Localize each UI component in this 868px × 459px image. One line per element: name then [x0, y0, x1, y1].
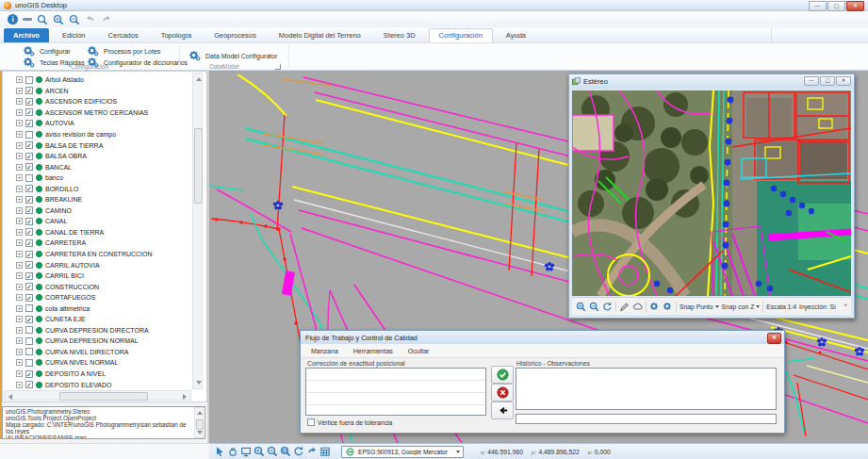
stereo-image-view[interactable]: [572, 90, 851, 296]
layer-checkbox[interactable]: [25, 120, 33, 127]
expand-icon[interactable]: [16, 294, 23, 301]
refresh-icon[interactable]: [602, 302, 613, 312]
close-button[interactable]: ✕: [846, 1, 864, 11]
expand-icon[interactable]: [16, 316, 23, 322]
layer-tree-item[interactable]: CURVA NIVEL NORMAL: [16, 357, 186, 369]
expand-icon[interactable]: [16, 251, 23, 257]
layer-tree-item[interactable]: CURVA DEPRESION NORMAL: [16, 336, 186, 347]
layer-checkbox[interactable]: [25, 326, 33, 334]
layer-checkbox[interactable]: [25, 153, 33, 160]
expand-icon[interactable]: [16, 305, 23, 312]
layer-tree-item[interactable]: AUTOVIA: [16, 118, 186, 129]
layer-tree-item[interactable]: CAMINO: [16, 205, 186, 217]
layer-checkbox[interactable]: [25, 370, 33, 378]
gear-link-icon[interactable]: [649, 302, 660, 312]
snap-z-dropdown[interactable]: Snap con Z: [722, 303, 761, 310]
refresh-icon[interactable]: [293, 446, 304, 457]
expand-icon[interactable]: [16, 262, 23, 269]
layer-tree-item[interactable]: DEPOSITO A NIVEL: [16, 369, 186, 380]
layer-tree-item[interactable]: DEPOSITO ELEVADO: [16, 379, 186, 389]
scroll-down-arrow[interactable]: [197, 431, 203, 434]
expand-icon[interactable]: [16, 207, 23, 214]
minimize-button[interactable]: —: [809, 1, 827, 11]
expand-icon[interactable]: [16, 109, 23, 116]
expand-icon[interactable]: [16, 120, 23, 126]
tolerance-checkbox-row[interactable]: Vértice fuera de tolerancia: [307, 418, 392, 426]
layer-checkbox[interactable]: [25, 251, 33, 258]
layer-checkbox[interactable]: [25, 228, 33, 236]
expand-icon[interactable]: [16, 370, 23, 377]
crs-dropdown[interactable]: EPSG:900913, Google Mercator: [341, 446, 464, 458]
reject-button[interactable]: [491, 384, 514, 402]
expand-icon[interactable]: [16, 218, 23, 224]
layer-checkbox[interactable]: [25, 381, 33, 388]
close-button[interactable]: ✕: [836, 76, 851, 86]
expand-icon[interactable]: [16, 349, 23, 355]
gear-icon[interactable]: [663, 302, 673, 312]
scrollbar-thumb[interactable]: [196, 419, 204, 430]
search-icon[interactable]: [37, 14, 48, 25]
expand-icon[interactable]: [16, 337, 23, 344]
expand-icon[interactable]: [16, 229, 23, 236]
select-cursor-icon[interactable]: [214, 446, 225, 457]
layer-checkbox[interactable]: [25, 316, 33, 323]
layer-tree-item[interactable]: CANAL DE TIERRA: [16, 227, 186, 238]
expand-icon[interactable]: [16, 164, 23, 171]
expand-icon[interactable]: [16, 284, 23, 290]
ribbon-tab[interactable]: Stereo 3D: [374, 28, 425, 42]
scroll-down-arrow[interactable]: [196, 381, 202, 385]
tolerance-checkbox[interactable]: [307, 418, 315, 426]
layer-checkbox[interactable]: [25, 185, 33, 192]
layer-tree-item[interactable]: CORTAFUEGOS: [16, 292, 186, 303]
scroll-right-arrow[interactable]: [183, 394, 187, 400]
ribbon-tab[interactable]: Topología: [152, 28, 202, 42]
expand-icon[interactable]: [16, 272, 23, 279]
layer-checkbox[interactable]: [25, 163, 33, 171]
layer-checkbox[interactable]: [25, 348, 33, 355]
stereo-window[interactable]: Estéreo — ▢ ✕: [568, 74, 855, 319]
layer-tree-item[interactable]: CANAL: [16, 216, 186, 227]
expand-icon[interactable]: [16, 327, 23, 334]
layer-checkbox[interactable]: [25, 359, 33, 367]
close-icon[interactable]: [767, 333, 781, 344]
info-icon[interactable]: [8, 14, 18, 25]
data-model-configurator-button[interactable]: Data Model Configurator: [188, 50, 277, 62]
layer-tree-item[interactable]: Arbol Aislado: [16, 74, 186, 86]
layer-checkbox[interactable]: [25, 131, 33, 139]
scroll-up-arrow[interactable]: [197, 411, 203, 415]
expand-icon[interactable]: [16, 359, 23, 366]
layer-tree-item[interactable]: ASCENSOR METRO CERCANIAS: [16, 107, 186, 119]
layer-tree-item[interactable]: CURVA DEPRESION DIRECTORA: [16, 325, 186, 336]
back-button[interactable]: [491, 402, 514, 419]
zoom-out-icon[interactable]: [69, 14, 80, 25]
qc-dialog-title-bar[interactable]: Flujo de Trabajo y Control de Calidad: [301, 331, 784, 344]
scroll-left-arrow[interactable]: [8, 394, 12, 400]
layer-checkbox[interactable]: [25, 304, 33, 312]
layer-checkbox[interactable]: [25, 337, 33, 345]
zoom-window-icon[interactable]: [280, 446, 291, 457]
scroll-up-arrow[interactable]: [196, 77, 202, 81]
layer-tree-item[interactable]: CONSTRUCCION: [16, 281, 186, 292]
expand-icon[interactable]: [16, 382, 23, 388]
qc-dialog[interactable]: Flujo de Trabajo y Control de Calidad Ma…: [300, 330, 785, 434]
observation-input[interactable]: [516, 414, 777, 424]
menu-item[interactable]: Ocultar: [401, 348, 436, 354]
layer-tree-item[interactable]: ASCENSOR EDIFICIOS: [16, 96, 186, 107]
draw-icon[interactable]: [619, 302, 630, 312]
layer-tree-item[interactable]: cota altimetrica: [16, 303, 186, 314]
layer-tree-item[interactable]: aviso revision de campo: [16, 129, 186, 140]
layer-tree-item[interactable]: BANCAL: [16, 161, 186, 172]
zoom-in-icon[interactable]: [53, 14, 64, 25]
expand-icon[interactable]: [16, 239, 23, 246]
redo-icon[interactable]: [101, 14, 112, 25]
layer-checkbox[interactable]: [25, 196, 33, 204]
tree-vertical-scrollbar[interactable]: [192, 73, 203, 389]
layer-tree-item[interactable]: BORDILLO: [16, 183, 186, 194]
undo-icon[interactable]: [85, 14, 96, 25]
expand-icon[interactable]: [16, 153, 23, 159]
map-viewport[interactable]: Estéreo — ▢ ✕: [209, 71, 868, 443]
history-observations-list[interactable]: [516, 368, 777, 410]
layer-checkbox[interactable]: [25, 174, 33, 182]
ribbon-tab[interactable]: Ayuda: [497, 28, 535, 42]
ribbon-tab[interactable]: Archivo: [4, 28, 49, 42]
